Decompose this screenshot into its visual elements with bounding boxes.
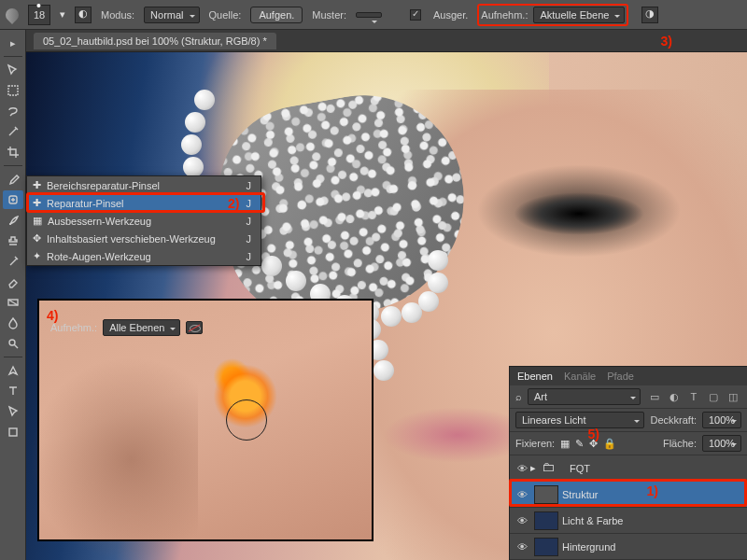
flyout-shortcut: J bbox=[243, 198, 256, 209]
brush-size-field[interactable]: 18 bbox=[28, 5, 50, 25]
pattern-label: Muster: bbox=[312, 9, 346, 21]
annotation-5: 5) bbox=[588, 427, 599, 441]
brush-tool[interactable] bbox=[3, 211, 23, 230]
bandaid-icon: ✚ bbox=[33, 179, 41, 191]
options-bar: 18 ▾ ◐ Modus: Normal Quelle: Aufgen. Mus… bbox=[0, 0, 747, 30]
path-select-tool[interactable] bbox=[3, 402, 23, 421]
history-brush-tool[interactable] bbox=[3, 252, 23, 271]
inset-sample-dropdown[interactable]: Alle Ebenen bbox=[103, 319, 180, 336]
filter-pixel-icon[interactable]: ▭ bbox=[647, 390, 662, 403]
annotation-1: 1) bbox=[647, 483, 658, 498]
layer-group-fqt[interactable]: 👁 ▸ 🗀 FQT bbox=[510, 455, 747, 482]
mode-dropdown[interactable]: Normal bbox=[144, 7, 199, 23]
healing-brush-tool[interactable] bbox=[3, 190, 23, 209]
chevron-down-icon[interactable]: ▾ bbox=[60, 8, 65, 21]
document-tab-bar: 05_02_hautbild.psd bei 100% (Struktur, R… bbox=[26, 30, 747, 52]
marquee-tool[interactable] bbox=[3, 81, 23, 100]
crop-tool[interactable] bbox=[3, 143, 23, 161]
layer-thumb bbox=[534, 538, 558, 556]
sample-label: Aufnehm.: bbox=[481, 9, 528, 21]
flyout-shortcut: J bbox=[243, 251, 256, 262]
mode-label: Modus: bbox=[101, 9, 134, 21]
flyout-item-label: Ausbessern-Werkzeug bbox=[48, 216, 151, 227]
opacity-label: Deckkraft: bbox=[650, 414, 697, 426]
layer-background[interactable]: 👁 Hintergrund bbox=[510, 534, 747, 560]
opacity-field[interactable]: 100% bbox=[702, 412, 741, 428]
flyout-item-content-aware-move[interactable]: ✥ Inhaltsbasiert verschieben-Werkzeug J bbox=[27, 230, 261, 247]
visibility-icon[interactable]: 👁 bbox=[514, 489, 530, 500]
blend-mode-dropdown[interactable]: Lineares Licht bbox=[515, 412, 644, 428]
layers-panel: Ebenen Kanäle Pfade ⌕ Art ▭ ◐ T ▢ ◫ Line… bbox=[509, 366, 747, 560]
blur-tool[interactable] bbox=[3, 314, 23, 332]
svg-rect-4 bbox=[9, 428, 17, 436]
pattern-dropdown[interactable] bbox=[356, 12, 382, 18]
flyout-shortcut: J bbox=[243, 216, 256, 227]
layer-thumb bbox=[534, 485, 558, 504]
layer-thumb bbox=[534, 511, 558, 530]
bandaid-icon: ✚ bbox=[33, 197, 41, 209]
folder-icon: 🗀 bbox=[542, 459, 566, 478]
lasso-tool[interactable] bbox=[3, 102, 23, 120]
tab-paths[interactable]: Pfade bbox=[607, 371, 634, 382]
svg-rect-0 bbox=[8, 86, 18, 95]
aligned-checkbox[interactable] bbox=[410, 9, 421, 21]
dodge-tool[interactable] bbox=[3, 334, 23, 353]
pressure-icon[interactable]: ◐ bbox=[75, 7, 92, 23]
tab-layers[interactable]: Ebenen bbox=[517, 371, 553, 382]
type-tool[interactable] bbox=[3, 382, 23, 400]
chevron-right-icon[interactable]: ▸ bbox=[3, 34, 23, 52]
fill-field[interactable]: 100% bbox=[702, 435, 741, 452]
red-eye-icon: ✦ bbox=[33, 250, 41, 262]
wand-tool[interactable] bbox=[3, 122, 23, 141]
layer-filter-icons: ▭ ◐ T ▢ ◫ bbox=[646, 390, 741, 404]
move-tool[interactable] bbox=[3, 61, 23, 79]
layer-name: Struktur bbox=[562, 489, 599, 500]
layer-struktur[interactable]: 👁 Struktur bbox=[510, 482, 747, 508]
panel-tabs: Ebenen Kanäle Pfade bbox=[510, 367, 747, 385]
zoom-inset: Aufnehm.: Alle Ebenen bbox=[37, 299, 374, 541]
source-sampled-button[interactable]: Aufgen. bbox=[250, 7, 303, 23]
gradient-tool[interactable] bbox=[3, 293, 23, 312]
flyout-item-spot-healing[interactable]: ✚ Bereichsreparatur-Pinsel J bbox=[27, 176, 261, 194]
sample-dropdown[interactable]: Aktuelle Ebene bbox=[533, 7, 625, 23]
visibility-icon[interactable]: 👁 bbox=[514, 515, 530, 526]
eyedropper-tool[interactable] bbox=[3, 170, 23, 189]
search-icon: ⌕ bbox=[515, 391, 522, 402]
lock-label: Fixieren: bbox=[515, 438, 555, 449]
ignore-adjustments-icon[interactable] bbox=[186, 321, 203, 334]
filter-shape-icon[interactable]: ▢ bbox=[706, 390, 721, 403]
lock-paint-icon[interactable]: ✎ bbox=[575, 438, 584, 450]
lock-transparent-icon[interactable]: ▦ bbox=[560, 438, 570, 450]
inset-sample-label: Aufnehm.: bbox=[50, 322, 97, 333]
filter-type-icon[interactable]: T bbox=[686, 390, 701, 403]
source-label: Quelle: bbox=[209, 9, 242, 21]
flyout-item-healing-brush[interactable]: ✚ Reparatur-Pinsel J bbox=[27, 194, 261, 212]
brush-cursor-icon bbox=[226, 399, 267, 441]
lock-all-icon[interactable]: 🔒 bbox=[603, 438, 616, 450]
flyout-shortcut: J bbox=[243, 233, 256, 245]
annotation-4: 4) bbox=[47, 308, 58, 323]
eraser-tool[interactable] bbox=[3, 273, 23, 291]
filter-smart-icon[interactable]: ◫ bbox=[726, 390, 740, 403]
layer-name: Hintergrund bbox=[562, 541, 615, 553]
flyout-item-red-eye[interactable]: ✦ Rote-Augen-Werkzeug J bbox=[27, 247, 261, 265]
layer-licht-farbe[interactable]: 👁 Licht & Farbe bbox=[510, 508, 747, 534]
stamp-tool[interactable] bbox=[3, 231, 23, 250]
annotation-3: 3) bbox=[661, 34, 672, 49]
tab-channels[interactable]: Kanäle bbox=[564, 371, 596, 382]
ignore-adj-icon[interactable]: ◑ bbox=[641, 7, 658, 23]
visibility-icon[interactable]: 👁 bbox=[514, 541, 530, 553]
pen-tool[interactable] bbox=[3, 361, 23, 380]
flyout-shortcut: J bbox=[243, 180, 256, 191]
layer-name: Licht & Farbe bbox=[562, 515, 623, 526]
layer-name: FQT bbox=[570, 463, 590, 474]
tools-toolbar: ▸ bbox=[0, 30, 26, 560]
flyout-item-patch[interactable]: ▦ Ausbessern-Werkzeug J bbox=[27, 212, 261, 230]
layer-filter-dropdown[interactable]: Art bbox=[528, 388, 641, 405]
move-icon: ✥ bbox=[33, 232, 41, 245]
document-tab[interactable]: 05_02_hautbild.psd bei 100% (Struktur, R… bbox=[34, 33, 276, 49]
shape-tool[interactable] bbox=[3, 423, 23, 441]
flyout-item-label: Inhaltsbasiert verschieben-Werkzeug bbox=[47, 233, 216, 245]
visibility-icon[interactable]: 👁 bbox=[514, 463, 530, 474]
flyout-item-label: Bereichsreparatur-Pinsel bbox=[47, 180, 160, 191]
